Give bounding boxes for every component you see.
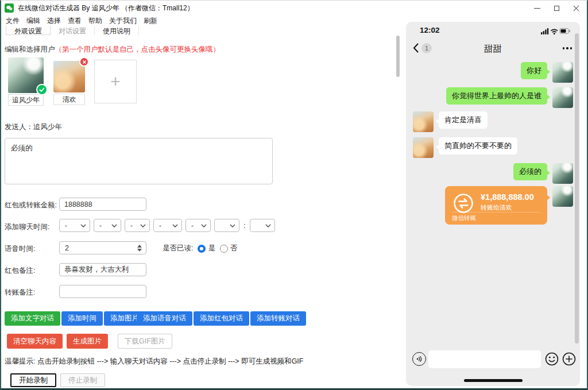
chat-message: 简直帅的不要不要的: [413, 137, 573, 158]
phone-status-bar: 12:02: [406, 22, 580, 37]
time-select-hour[interactable]: [214, 219, 239, 232]
time-select-weekday[interactable]: -: [153, 219, 182, 232]
wifi-icon: [551, 29, 557, 34]
stop-record-button[interactable]: 停止录制: [60, 373, 105, 387]
add-buttons-group-2: 添加语音对话 添加红包对话 添加转账对话: [137, 311, 306, 326]
stepper-arrows-icon[interactable]: [137, 245, 142, 252]
add-time-button[interactable]: 添加时间: [61, 311, 103, 326]
avatar-friend: [413, 111, 434, 132]
record-buttons-row: 开始录制 停止录制: [10, 373, 105, 387]
voice-duration-stepper[interactable]: 2: [59, 241, 146, 254]
message-bubble: 必须的: [513, 163, 547, 180]
menu-bar: 文件 编辑 选择 查看 帮助 关于我们 刷新: [2, 16, 161, 26]
app-window: 在线微信对话生成器 By 追风少年 （作者微信：Tmall12） 文件 编辑 选…: [0, 0, 588, 390]
menu-about[interactable]: 关于我们: [106, 16, 140, 26]
time-colon: :: [243, 221, 246, 230]
message-bubble: 肯定是清喜: [439, 111, 488, 129]
add-transfer-message-button[interactable]: 添加转账对话: [250, 311, 306, 326]
close-icon: [573, 5, 579, 11]
avatar-friend[interactable]: [53, 61, 85, 92]
transfer-note-label: 转账备注:: [5, 288, 35, 298]
avatar-self[interactable]: [8, 57, 44, 93]
remove-user-icon[interactable]: [79, 57, 89, 67]
close-button[interactable]: [566, 0, 586, 16]
download-gif-button[interactable]: 下载GIF图片: [118, 334, 172, 349]
transfer-footer: 微信转账: [452, 212, 540, 222]
transfer-note-input[interactable]: [59, 285, 146, 298]
maximize-button[interactable]: [547, 0, 566, 16]
time-select-year[interactable]: -: [59, 219, 90, 232]
user-name-friend: 清欢: [53, 94, 85, 105]
heading-text: 编辑和选择用户: [5, 45, 55, 53]
tab-dialogue-settings[interactable]: 对话设置: [51, 26, 95, 35]
redpacket-note-input[interactable]: [59, 263, 146, 276]
chevron-down-icon: [230, 224, 235, 227]
avatar-friend: [413, 137, 434, 158]
signal-icon: [541, 28, 548, 34]
chevron-down-icon: [80, 224, 86, 227]
generate-image-button[interactable]: 生成图片: [67, 334, 108, 349]
avatar-self: [552, 87, 573, 108]
time-select-period[interactable]: -: [185, 219, 211, 232]
time-select-day[interactable]: -: [125, 219, 150, 232]
add-text-message-button[interactable]: 添加文字对话: [5, 311, 60, 326]
chat-text-input[interactable]: [428, 350, 541, 368]
more-menu-icon[interactable]: [563, 47, 572, 49]
phone-preview: 12:02 1 甜甜 你好 你觉得世界上最帅的人是谁: [406, 22, 580, 386]
user-card-self: 追风少年: [8, 57, 44, 106]
time-select-month[interactable]: -: [94, 219, 121, 232]
chevron-down-icon: [201, 224, 207, 227]
tab-strip: 外观设置 对话设置 使用说明: [6, 26, 139, 35]
menu-help[interactable]: 帮助: [85, 16, 106, 26]
read-no-radio[interactable]: [220, 245, 228, 253]
phone-nav-bar: 1 甜甜: [406, 37, 580, 60]
message-input[interactable]: 必须的: [5, 138, 273, 184]
heading-note: （第一个用户默认是自己，点击头像可更换头像哦）: [55, 45, 220, 53]
editor-scrollbar[interactable]: [396, 36, 400, 77]
minimize-icon: [534, 8, 540, 9]
chat-message: 你好: [413, 62, 573, 83]
menu-edit[interactable]: 编辑: [23, 16, 44, 26]
time-label: 添加聊天时间:: [5, 222, 49, 232]
tab-appearance-settings[interactable]: 外观设置: [6, 26, 51, 35]
user-card-friend: 清欢: [53, 61, 85, 105]
transfer-note: 转账给清欢: [481, 203, 512, 212]
clear-chat-button[interactable]: 清空聊天内容: [7, 334, 63, 349]
time-select-minute[interactable]: [250, 219, 275, 232]
chat-message-transfer: ¥1,888,888.00 转账给清欢 微信转账: [413, 186, 573, 225]
chevron-down-icon: [172, 224, 178, 227]
chevron-down-icon: [140, 224, 146, 227]
status-icons: [541, 26, 571, 37]
minimize-button[interactable]: [527, 0, 547, 16]
menu-view[interactable]: 查看: [64, 16, 85, 26]
menu-select[interactable]: 选择: [44, 16, 64, 26]
voice-input-icon[interactable]: [412, 352, 426, 366]
home-indicator: [464, 379, 523, 382]
sender-label: 发送人：追风少年: [5, 122, 62, 132]
voice-duration-value: 2: [65, 244, 69, 252]
emoji-icon[interactable]: [545, 352, 559, 366]
add-redpacket-message-button[interactable]: 添加红包对话: [194, 311, 249, 326]
menu-file[interactable]: 文件: [2, 16, 23, 26]
chat-message: 肯定是清喜: [413, 111, 573, 132]
phone-input-bar: [406, 347, 580, 373]
amount-input[interactable]: [59, 198, 146, 211]
title-bar: 在线微信对话生成器 By 追风少年 （作者微信：Tmall12）: [0, 0, 588, 16]
read-status-label: 是否已读:: [163, 244, 193, 253]
tab-instructions[interactable]: 使用说明: [95, 26, 139, 35]
plus-icon[interactable]: [562, 352, 576, 366]
transfer-card[interactable]: ¥1,888,888.00 转账给清欢 微信转账: [445, 186, 547, 225]
phone-scrollbar[interactable]: [575, 33, 579, 343]
battery-icon: [560, 29, 570, 34]
read-yes-radio[interactable]: [198, 245, 206, 253]
add-voice-message-button[interactable]: 添加语音对话: [137, 311, 192, 326]
chevron-down-icon: [265, 224, 271, 227]
voice-duration-label: 语音时间:: [5, 244, 35, 254]
app-icon: [5, 3, 14, 13]
menu-refresh[interactable]: 刷新: [140, 16, 161, 26]
start-record-button[interactable]: 开始录制: [10, 373, 56, 387]
add-user-button[interactable]: +: [94, 60, 137, 103]
user-section-heading: 编辑和选择用户（第一个用户默认是自己，点击头像可更换头像哦）: [5, 45, 220, 55]
message-bubble: 你好: [521, 62, 547, 79]
maximize-icon: [554, 6, 559, 11]
